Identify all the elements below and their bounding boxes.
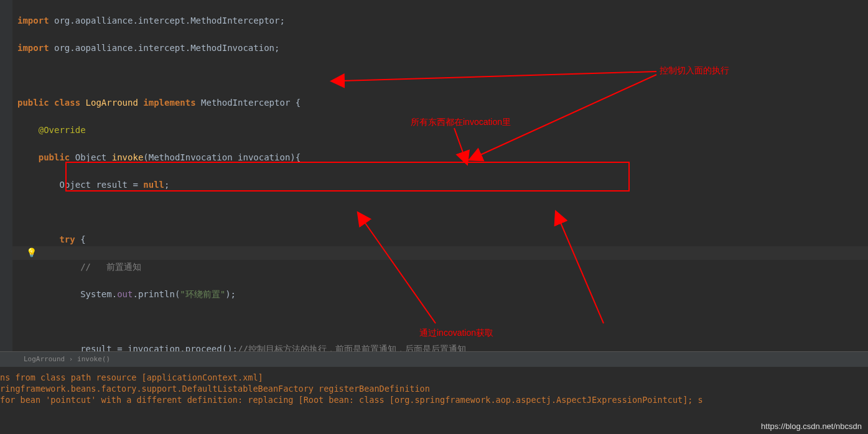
keyword-null: null bbox=[143, 180, 164, 190]
import-path: org.aopalliance.intercept.MethodInvocati… bbox=[49, 43, 280, 53]
interface-name: MethodInterceptor { bbox=[201, 98, 301, 108]
code-text: .println( bbox=[133, 289, 180, 299]
code-text: ); bbox=[225, 289, 236, 299]
brace: { bbox=[80, 234, 85, 244]
field-out: out bbox=[117, 289, 133, 299]
keyword-public: public bbox=[17, 152, 75, 162]
breadcrumb-sep: › bbox=[65, 355, 77, 363]
code-text: Object result = bbox=[17, 180, 143, 190]
console-output[interactable]: ns from class path resource [application… bbox=[0, 367, 868, 434]
breadcrumb[interactable]: LogArround › invoke() bbox=[0, 351, 868, 367]
keyword-implements: implements bbox=[138, 98, 201, 108]
import-path: org.aopalliance.intercept.MethodIntercep… bbox=[49, 16, 285, 25]
class-name: LogArround bbox=[86, 98, 138, 108]
keyword-import: import bbox=[17, 16, 49, 25]
code-text: System. bbox=[17, 289, 117, 299]
code-text: ; bbox=[164, 180, 169, 190]
code-editor[interactable]: 💡 import org.aopalliance.intercept.Metho… bbox=[0, 0, 868, 351]
code-content[interactable]: import org.aopalliance.intercept.MethodI… bbox=[17, 0, 868, 351]
comment: // 前置通知 bbox=[17, 262, 141, 272]
keyword-public-class: public class bbox=[17, 98, 86, 108]
gutter bbox=[0, 0, 12, 351]
comment: //控制目标方法的执行，前面是前置通知，后面是后置通知 bbox=[238, 344, 466, 351]
return-type: Object bbox=[75, 152, 112, 162]
breadcrumb-class[interactable]: LogArround bbox=[24, 355, 65, 363]
console-line: ns from class path resource [application… bbox=[0, 372, 868, 383]
keyword-try: try bbox=[17, 234, 80, 244]
keyword-import: import bbox=[17, 43, 49, 53]
annotation-override: @Override bbox=[17, 125, 86, 135]
method-params: (MethodInvocation invocation){ bbox=[143, 152, 301, 162]
console-line: for bean 'pointcut' with a different def… bbox=[0, 394, 868, 405]
breadcrumb-method[interactable]: invoke() bbox=[77, 355, 110, 363]
string-literal: "环绕前置" bbox=[180, 289, 225, 299]
watermark: https://blog.csdn.net/nbcsdn bbox=[761, 422, 862, 431]
code-proceed: result = invocation.proceed(); bbox=[17, 344, 238, 351]
method-name: invoke bbox=[112, 152, 144, 162]
console-line: ringframework.beans.factory.support.Defa… bbox=[0, 383, 868, 394]
